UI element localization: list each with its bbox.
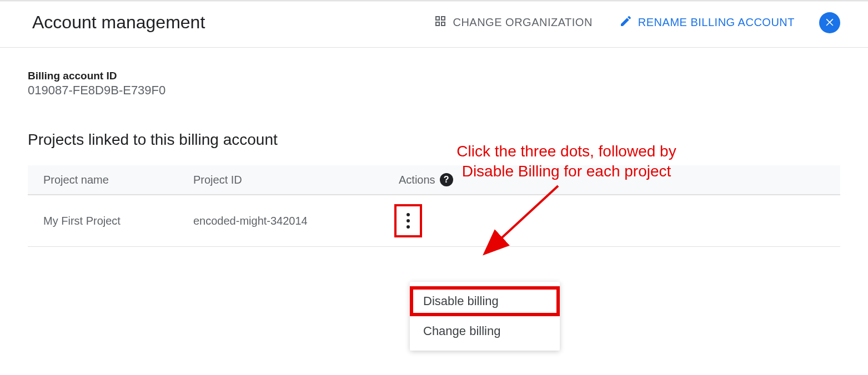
pencil-icon: [619, 14, 633, 31]
change-organization-label: CHANGE ORGANIZATION: [453, 16, 592, 29]
kebab-icon: [407, 213, 410, 229]
page-title: Account management: [32, 12, 205, 33]
rename-billing-label: RENAME BILLING ACCOUNT: [638, 16, 795, 29]
annotation-line1: Click the three dots, followed by: [394, 141, 739, 161]
rename-billing-button[interactable]: RENAME BILLING ACCOUNT: [617, 11, 797, 34]
annotation-line2: Disable Billing for each project: [394, 161, 739, 181]
page-header: Account management CHANGE ORGANIZATION R…: [0, 0, 868, 48]
billing-id-value: 019087-FE8D9B-E739F0: [28, 83, 840, 98]
change-organization-button[interactable]: CHANGE ORGANIZATION: [432, 11, 594, 34]
change-billing-menu-item[interactable]: Change billing: [410, 316, 560, 346]
organization-icon: [434, 14, 447, 31]
column-project-id: Project ID: [178, 174, 383, 186]
cell-project-name: My First Project: [28, 215, 178, 227]
close-icon: [824, 16, 835, 29]
header-actions: CHANGE ORGANIZATION RENAME BILLING ACCOU…: [432, 11, 840, 34]
top-shadow: [0, 0, 868, 2]
actions-dropdown-menu: Disable billing Change billing: [410, 282, 560, 351]
cell-project-id: encoded-might-342014: [178, 215, 383, 227]
billing-id-label: Billing account ID: [28, 70, 840, 82]
instruction-annotation: Click the three dots, followed by Disabl…: [394, 141, 739, 182]
row-actions-menu-button[interactable]: [394, 204, 422, 237]
cell-actions: [383, 204, 494, 237]
column-project-name: Project name: [28, 174, 178, 186]
table-row: My First Project encoded-might-342014: [28, 195, 840, 247]
close-button[interactable]: [819, 12, 840, 33]
disable-billing-menu-item[interactable]: Disable billing: [410, 286, 560, 316]
